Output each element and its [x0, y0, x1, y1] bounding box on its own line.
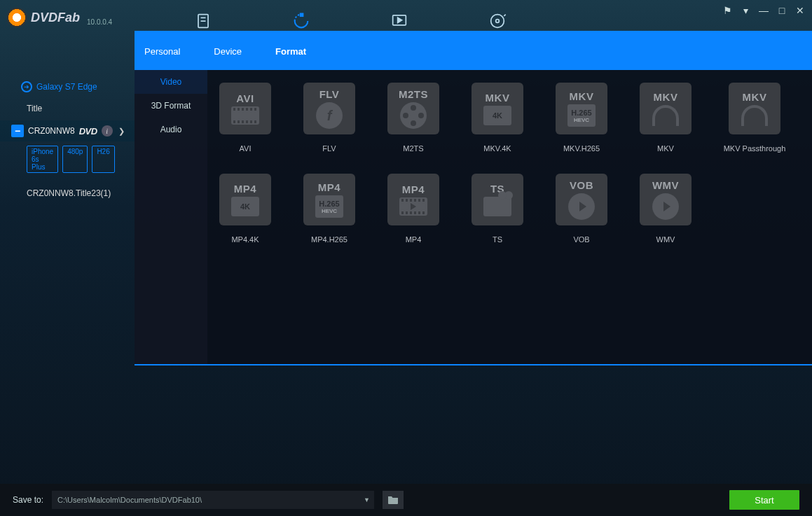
format-label: MKV.4K [483, 144, 511, 153]
format-mp4[interactable]: MP4MP4 [387, 174, 440, 244]
format-grid: AVIAVIFLVfFLVM2TSM2TSMKV4KMKV.4KMKVH.265… [207, 70, 812, 364]
menu-icon[interactable]: ▾ [739, 4, 752, 17]
tab-personal[interactable]: Personal [144, 46, 180, 57]
camera-icon [483, 197, 511, 216]
format-label: FLV [322, 144, 336, 153]
title-header: Title [0, 97, 137, 120]
format-tile-icon: MKV [640, 83, 691, 134]
format-tile-icon: MKVH.265HEVC [556, 83, 607, 134]
pin-icon[interactable]: ⚑ [721, 4, 734, 17]
format-mp4-4k[interactable]: MP44KMP4.4K [219, 174, 272, 244]
format-tile-icon: FLVf [303, 83, 355, 134]
format-mid-badge: 4K [483, 106, 511, 125]
format-mid-badge: 4K [231, 197, 259, 216]
profile-tabs: Personal Device Format [135, 32, 812, 70]
save-path-dropdown[interactable]: C:\Users\Malcolm\Documents\DVDFab10\ ▼ [52, 491, 374, 509]
format-top-label: MP4 [402, 183, 425, 195]
cat-3d[interactable]: 3D Format [135, 94, 207, 118]
format-tile-icon: WMV [640, 174, 691, 225]
source-item-row[interactable]: − CRZ0NNW8 DVD i ❯ [0, 120, 137, 141]
format-top-label: WMV [652, 179, 679, 191]
format-ts[interactable]: TSTS [471, 174, 524, 244]
format-avi[interactable]: AVIAVI [219, 83, 272, 153]
svg-rect-1 [301, 14, 303, 17]
format-mid-badge: H.265HEVC [567, 104, 596, 127]
tag-device[interactable]: iPhone 6s Plus [27, 146, 58, 173]
format-tile-icon: M2TS [387, 83, 439, 134]
browse-folder-button[interactable] [383, 491, 404, 509]
format-mid-badge: H.265HEVC [315, 195, 343, 218]
cat-audio[interactable]: Audio [135, 118, 207, 141]
cat-video[interactable]: Video [135, 70, 207, 94]
profile-panel: Personal Device Format Video 3D Format A… [135, 31, 812, 365]
minimize-icon[interactable]: — [757, 4, 770, 17]
profile-target-row[interactable]: ➔ Galaxy S7 Edge [0, 77, 137, 97]
format-label: TS [493, 235, 502, 244]
format-mkv[interactable]: MKVMKV [639, 83, 692, 153]
format-label: MP4.H265 [311, 235, 347, 244]
title-bar: DVDFab 10.0.0.4 ⚑ ▾ — □ ✕ [0, 0, 812, 35]
reel-icon [400, 102, 427, 129]
film-strip-icon [399, 197, 427, 216]
source-sidebar: ➔ Galaxy S7 Edge Title − CRZ0NNW8 DVD i … [0, 77, 137, 209]
format-label: M2TS [403, 144, 423, 153]
format-mp4-h265[interactable]: MP4H.265HEVCMP4.H265 [303, 174, 356, 244]
headphone-arc-icon [652, 105, 679, 126]
format-mkv-4k[interactable]: MKV4KMKV.4K [471, 83, 524, 153]
format-top-label: MKV [570, 90, 594, 102]
info-icon[interactable]: i [102, 125, 113, 137]
svg-point-3 [491, 15, 504, 28]
format-top-label: MP4 [318, 181, 340, 193]
save-to-label: Save to: [13, 495, 43, 505]
format-label: MKV [657, 144, 674, 153]
format-vob[interactable]: VOBVOB [555, 174, 608, 244]
checkbox-checked-icon[interactable]: − [11, 125, 24, 137]
profile-body: Video 3D Format Audio AVIAVIFLVfFLVM2TSM… [135, 70, 812, 364]
source-item-name: CRZ0NNW8 [28, 126, 75, 136]
format-top-label: M2TS [399, 88, 428, 100]
play-circle-icon [652, 193, 679, 220]
tab-device[interactable]: Device [214, 46, 242, 57]
logo-icon [7, 8, 27, 27]
format-mkv-h265[interactable]: MKVH.265HEVCMKV.H265 [555, 83, 608, 153]
flash-circle-icon: f [316, 102, 343, 129]
format-label: AVI [240, 144, 252, 153]
tag-codec[interactable]: H26 [92, 146, 114, 173]
format-mkv-passthrough[interactable]: MKVMKV Passthrough [723, 83, 786, 153]
svg-point-4 [496, 20, 500, 23]
start-button[interactable]: Start [729, 490, 799, 510]
format-tile-icon: TS [472, 174, 523, 225]
source-subtitle: CRZ0NNW8.Title23(1) [0, 177, 137, 209]
app-version: 10.0.0.4 [87, 18, 112, 26]
app-logo: DVDFab 10.0.0.4 [7, 8, 112, 27]
tag-resolution[interactable]: 480p [62, 146, 88, 173]
save-path-value: C:\Users\Malcolm\Documents\DVDFab10\ [57, 496, 202, 504]
format-tile-icon: VOB [556, 174, 607, 225]
chevron-down-icon: ▼ [364, 496, 370, 503]
profile-tags: iPhone 6s Plus 480p H26 [0, 141, 137, 177]
format-tile-icon: MKV [729, 83, 780, 134]
format-m2ts[interactable]: M2TSM2TS [387, 83, 440, 153]
maximize-icon[interactable]: □ [776, 4, 788, 17]
format-wmv[interactable]: WMVWMV [639, 174, 692, 244]
format-top-label: FLV [319, 88, 340, 100]
headphone-arc-icon [741, 105, 768, 126]
format-top-label: MKV [486, 92, 510, 104]
format-top-label: MKV [743, 91, 767, 103]
profile-target-label: Galaxy S7 Edge [36, 82, 97, 92]
close-icon[interactable]: ✕ [794, 4, 806, 17]
format-label: WMV [656, 235, 675, 244]
format-tile-icon: MP4 [387, 174, 439, 225]
play-circle-icon [568, 193, 595, 220]
chevron-right-icon[interactable]: ❯ [118, 127, 125, 136]
format-label: MP4 [406, 235, 422, 244]
window-controls: ⚑ ▾ — □ ✕ [721, 4, 806, 17]
footer-bar: Save to: C:\Users\Malcolm\Documents\DVDF… [0, 484, 812, 516]
format-flv[interactable]: FLVfFLV [303, 83, 356, 153]
format-label: VOB [573, 235, 589, 244]
format-tile-icon: MP44K [219, 174, 271, 225]
format-categories: Video 3D Format Audio [135, 70, 207, 364]
tab-format[interactable]: Format [275, 46, 306, 57]
app-name: DVDFab [31, 11, 80, 25]
arrow-right-icon: ➔ [21, 81, 32, 92]
